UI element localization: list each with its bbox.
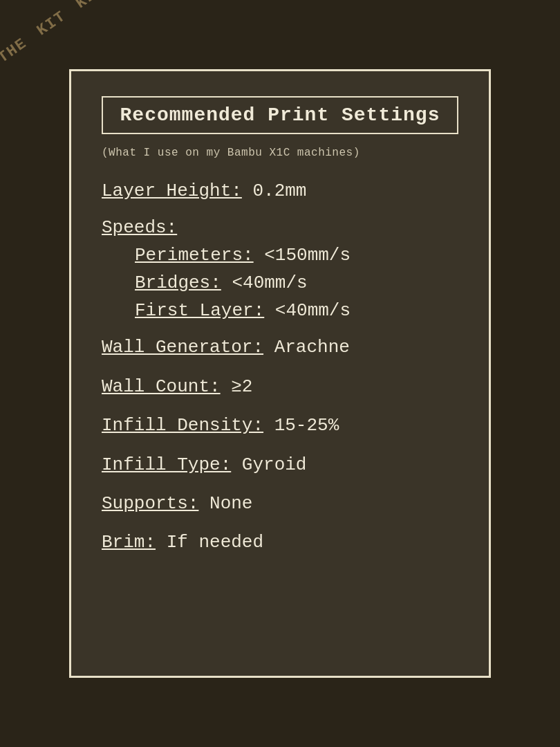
first-layer-row: First Layer: <40mm/s	[135, 300, 458, 321]
wall-count-label: Wall Count:	[102, 376, 221, 397]
bridges-label: Bridges:	[135, 273, 221, 293]
settings-card: Recommended Print Settings (What I use o…	[69, 69, 491, 678]
infill-density-label: Infill Density:	[102, 415, 263, 436]
bridges-value: <40mm/s	[232, 273, 307, 293]
bridges-row: Bridges: <40mm/s	[135, 273, 458, 293]
brim-value: If needed	[167, 532, 263, 553]
brim-label: Brim:	[102, 532, 156, 553]
perimeters-label: Perimeters:	[135, 245, 254, 266]
card-title: Recommended Print Settings	[102, 96, 458, 134]
perimeters-value: <150mm/s	[264, 245, 351, 266]
supports-label: Supports:	[102, 493, 198, 514]
wall-generator-label: Wall Generator:	[102, 337, 263, 358]
first-layer-value: <40mm/s	[275, 300, 351, 321]
supports-row: Supports: None	[102, 491, 458, 516]
infill-type-row: Infill Type: Gyroid	[102, 452, 458, 477]
infill-type-value: Gyroid	[242, 454, 307, 475]
wall-generator-value: Arachne	[274, 337, 350, 358]
wall-count-row: Wall Count: ≥2	[102, 374, 458, 399]
speeds-section: Speeds: Perimeters: <150mm/s Bridges: <4…	[102, 217, 458, 321]
infill-density-row: Infill Density: 15-25%	[102, 413, 458, 438]
perimeters-row: Perimeters: <150mm/s	[135, 245, 458, 266]
speeds-label: Speeds:	[102, 217, 458, 238]
wall-count-value: ≥2	[231, 376, 252, 397]
wall-generator-row: Wall Generator: Arachne	[102, 335, 458, 360]
subtitle: (What I use on my Bambu X1C machines)	[102, 147, 458, 159]
infill-type-label: Infill Type:	[102, 454, 231, 475]
supports-value: None	[209, 493, 252, 514]
brim-row: Brim: If needed	[102, 530, 458, 555]
first-layer-label: First Layer:	[135, 300, 264, 321]
layer-height-value: 0.2mm	[252, 181, 306, 201]
layer-height-label: Layer Height:	[102, 181, 242, 201]
infill-density-value: 15-25%	[274, 415, 339, 436]
layer-height-row: Layer Height: 0.2mm	[102, 178, 458, 203]
